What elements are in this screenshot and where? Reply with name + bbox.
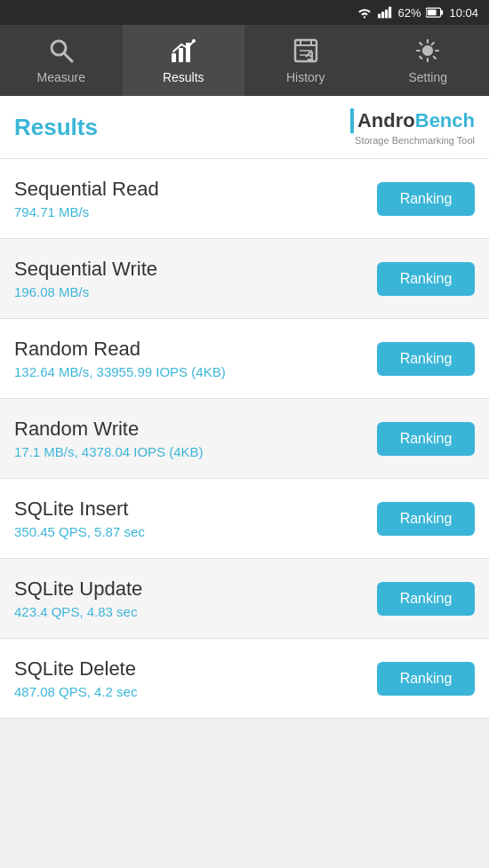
ranking-button[interactable]: Ranking	[377, 582, 475, 616]
svg-point-12	[192, 39, 196, 43]
battery-text: 62%	[397, 6, 421, 20]
brand-andro: Andro	[357, 109, 415, 132]
svg-rect-0	[378, 14, 381, 19]
history-icon	[292, 36, 320, 65]
status-icons: 62% 10:04	[357, 6, 478, 20]
svg-point-19	[423, 46, 432, 55]
page-title: Results	[14, 114, 98, 141]
brand-logo: AndroBench Storage Benchmarking Tool	[350, 108, 475, 146]
tab-results[interactable]: Results	[123, 25, 245, 96]
result-value: 794.71 MB/s	[14, 204, 377, 219]
results-list: Sequential Read794.71 MB/sRankingSequent…	[0, 159, 489, 719]
tab-measure-label: Measure	[37, 70, 85, 84]
result-row: SQLite Insert350.45 QPS, 5.87 secRanking	[0, 479, 489, 559]
result-info: SQLite Insert350.45 QPS, 5.87 sec	[14, 498, 377, 539]
result-value: 487.08 QPS, 4.2 sec	[14, 684, 377, 699]
svg-line-8	[64, 53, 72, 61]
result-row: Sequential Read794.71 MB/sRanking	[0, 159, 489, 239]
ranking-button[interactable]: Ranking	[377, 182, 475, 216]
svg-rect-5	[441, 11, 444, 15]
result-value: 423.4 QPS, 4.83 sec	[14, 604, 377, 619]
result-name: Sequential Write	[14, 258, 377, 281]
ranking-button[interactable]: Ranking	[377, 342, 475, 376]
svg-rect-6	[428, 10, 437, 16]
result-info: Random Write17.1 MB/s, 4378.04 IOPS (4KB…	[14, 418, 377, 459]
page-header: Results AndroBench Storage Benchmarking …	[0, 96, 489, 159]
brand-name: AndroBench	[350, 108, 475, 133]
brand-bar	[350, 108, 354, 133]
tab-history[interactable]: History	[244, 25, 367, 96]
result-name: SQLite Update	[14, 577, 377, 601]
svg-rect-3	[389, 7, 391, 19]
result-info: Random Read132.64 MB/s, 33955.99 IOPS (4…	[14, 338, 377, 379]
result-info: Sequential Write196.08 MB/s	[14, 258, 377, 299]
signal-icon	[378, 6, 392, 19]
time-display: 10:04	[449, 6, 478, 20]
result-row: Random Write17.1 MB/s, 4378.04 IOPS (4KB…	[0, 399, 489, 479]
result-name: Sequential Read	[14, 178, 377, 201]
tab-results-label: Results	[163, 70, 204, 84]
status-bar: 62% 10:04	[0, 0, 489, 25]
result-info: SQLite Update423.4 QPS, 4.83 sec	[14, 577, 377, 619]
svg-rect-1	[381, 12, 384, 18]
tab-measure[interactable]: Measure	[0, 25, 123, 96]
ranking-button[interactable]: Ranking	[377, 262, 475, 296]
svg-rect-10	[179, 48, 183, 62]
brand-bench: Bench	[415, 109, 475, 132]
result-name: Random Read	[14, 338, 377, 361]
result-row: SQLite Update423.4 QPS, 4.83 secRanking	[0, 559, 489, 639]
result-value: 196.08 MB/s	[14, 284, 377, 299]
wifi-icon	[357, 6, 373, 19]
brand-subtitle: Storage Benchmarking Tool	[355, 135, 475, 146]
measure-icon	[47, 36, 76, 65]
ranking-button[interactable]: Ranking	[377, 662, 475, 696]
result-row: Random Read132.64 MB/s, 33955.99 IOPS (4…	[0, 319, 489, 399]
tab-setting[interactable]: Setting	[367, 25, 490, 96]
result-row: Sequential Write196.08 MB/sRanking	[0, 239, 489, 319]
result-name: SQLite Insert	[14, 498, 377, 521]
result-value: 350.45 QPS, 5.87 sec	[14, 524, 377, 539]
tab-setting-label: Setting	[408, 70, 447, 84]
battery-icon	[426, 7, 444, 18]
setting-icon	[413, 36, 442, 65]
results-icon	[169, 36, 197, 65]
tab-history-label: History	[286, 70, 325, 84]
result-value: 17.1 MB/s, 4378.04 IOPS (4KB)	[14, 444, 377, 459]
nav-tabs: Measure Results	[0, 25, 489, 96]
svg-rect-9	[172, 53, 176, 62]
svg-rect-2	[385, 10, 388, 19]
result-name: SQLite Delete	[14, 657, 377, 681]
result-info: SQLite Delete487.08 QPS, 4.2 sec	[14, 657, 377, 699]
result-info: Sequential Read794.71 MB/s	[14, 178, 377, 219]
result-value: 132.64 MB/s, 33955.99 IOPS (4KB)	[14, 364, 377, 379]
result-name: Random Write	[14, 418, 377, 441]
ranking-button[interactable]: Ranking	[377, 502, 475, 536]
ranking-button[interactable]: Ranking	[377, 422, 475, 456]
result-row: SQLite Delete487.08 QPS, 4.2 secRanking	[0, 639, 489, 719]
